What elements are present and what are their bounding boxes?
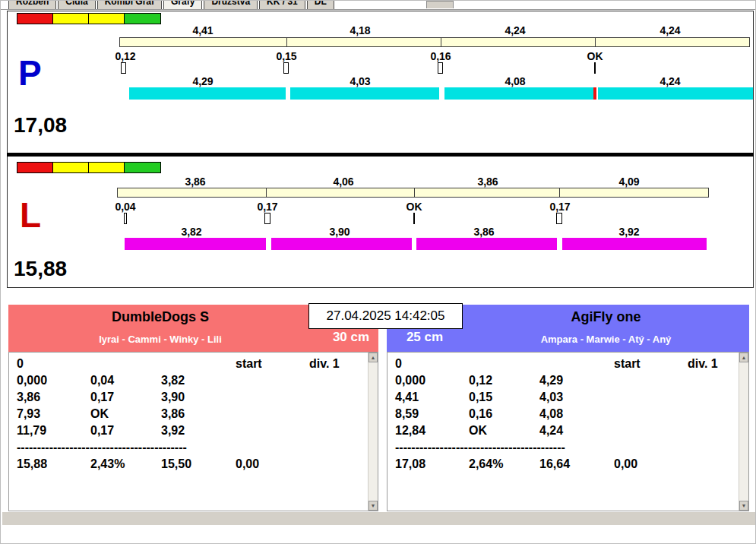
scroll-down-icon[interactable]: ▼ — [369, 501, 378, 511]
team-right-results-table: 0 start div. 1 0,000 0,12 4,29 4,41 0,15… — [387, 352, 749, 511]
dog-run-bar — [125, 238, 266, 250]
results-cell: 4,41 — [395, 391, 419, 404]
changeover-box — [556, 213, 562, 224]
results-cell: 0,000 — [17, 374, 47, 387]
scrollbar[interactable]: ▲ ▼ — [368, 353, 378, 511]
split-time-label: 3,86 — [185, 176, 205, 188]
datetime-display: 27.04.2025 14:42:05 — [308, 303, 463, 329]
scroll-down-icon[interactable]: ▼ — [739, 501, 748, 511]
team-name: AgiFly one — [463, 309, 749, 325]
split-time-label: 4,41 — [192, 24, 213, 36]
results-separator: ----------------------------------------… — [395, 441, 565, 454]
lane-p-panel: 4,41 4,18 4,24 4,24 0,12 0,15 0,16 OK 4,… — [8, 11, 753, 153]
results-cell: 4,03 — [539, 391, 563, 404]
scrollbar[interactable]: ▲ ▼ — [739, 353, 748, 511]
tab-druzstva[interactable]: Družstva — [204, 1, 258, 9]
traffic-red-cell — [17, 163, 53, 172]
results-cell: 4,24 — [539, 424, 563, 438]
table-row: 12,84 OK 4,24 — [387, 424, 748, 438]
table-row: 11,79 0,17 3,92 — [9, 424, 378, 438]
results-cell: 3,90 — [161, 391, 185, 404]
traffic-yellow-cell — [89, 14, 125, 24]
table-row: 4,41 0,15 4,03 — [387, 391, 748, 404]
dog-run-bar — [598, 87, 753, 100]
status-bar — [2, 512, 755, 525]
split-time-label: 4,09 — [618, 176, 639, 188]
results-cell: 0,17 — [90, 391, 114, 404]
sensor-track-segment — [287, 38, 441, 46]
ok-marker — [594, 62, 596, 74]
results-cell: start — [614, 357, 641, 371]
results-cell: 7,93 — [17, 407, 40, 421]
split-time-label: 4,24 — [505, 24, 525, 36]
traffic-light-bar — [17, 13, 161, 24]
results-cell: OK — [469, 424, 487, 438]
changeover-time-label: 0,15 — [276, 50, 296, 62]
table-row: 0 start div. 1 — [387, 357, 748, 371]
results-cell: 3,86 — [161, 407, 185, 421]
results-cell: start — [236, 357, 262, 371]
split-time-label: 4,06 — [333, 176, 353, 188]
sensor-track-segment — [120, 38, 287, 46]
sensor-track — [117, 188, 709, 198]
tab-rozbeh[interactable]: Rozbeh — [8, 1, 56, 9]
scroll-up-icon[interactable]: ▲ — [369, 353, 378, 362]
results-cell: 2,43% — [90, 457, 125, 471]
table-total-row: 15,88 2,43% 15,50 0,00 — [9, 457, 378, 471]
results-cell: 0,000 — [395, 374, 425, 387]
dog-run-bar — [444, 87, 593, 100]
table-row: 0 start div. 1 — [9, 357, 378, 371]
jump-height-badge: 25 cm — [387, 330, 463, 345]
sensor-track-segment — [415, 188, 560, 197]
lane-letter: P — [18, 55, 42, 90]
results-cell: 0,04 — [90, 374, 114, 387]
dog-run-bar — [416, 238, 557, 250]
graphs-panel: 4,41 4,18 4,24 4,24 0,12 0,15 0,16 OK 4,… — [7, 11, 754, 288]
changeover-time-label: 0,17 — [257, 201, 277, 213]
changeover-time-label: 0,12 — [115, 50, 135, 62]
table-row: 0,000 0,04 3,82 — [9, 374, 378, 387]
tab-dl[interactable]: DL — [307, 1, 334, 9]
dog-run-bar — [290, 87, 439, 100]
tab-kk-31[interactable]: KK / 31 — [259, 1, 305, 9]
results-cell: div. 1 — [309, 357, 340, 371]
tab-cidla[interactable]: Cidla — [58, 1, 95, 9]
dog-run-bar — [271, 238, 412, 250]
results-cell: 3,82 — [161, 374, 185, 387]
table-row: 8,59 0,16 4,08 — [387, 407, 748, 421]
traffic-light-bar — [17, 162, 161, 173]
team-left-results-table: 0 start div. 1 0,000 0,04 3,82 3,86 0,17… — [8, 352, 378, 511]
team-dogs: Iyrai - Cammi - Winky - Lili — [8, 334, 312, 345]
team-name: DumbleDogs S — [8, 309, 312, 325]
results-cell: 3,92 — [161, 424, 185, 438]
results-cell: 8,59 — [395, 407, 419, 421]
sensor-track-segment — [560, 188, 708, 197]
results-cell: 17,08 — [395, 457, 425, 471]
dog-run-bar — [129, 87, 286, 100]
dog-run-bar — [562, 238, 707, 250]
tab-kombi-graf[interactable]: Kombi Graf — [97, 1, 162, 9]
lane-total-time: 17,08 — [14, 113, 67, 138]
changeover-box — [283, 62, 289, 74]
table-total-row: 17,08 2,64% 16,64 0,00 — [387, 457, 748, 471]
tab-grafy[interactable]: Grafy — [163, 1, 202, 9]
split-time-label: 4,18 — [350, 24, 370, 36]
results-cell: 0 — [17, 357, 24, 371]
sensor-track-segment — [596, 38, 749, 46]
results-cell: 0,00 — [236, 457, 259, 471]
sensor-track — [119, 37, 750, 47]
changeover-box — [121, 62, 126, 74]
scroll-up-icon[interactable]: ▲ — [739, 353, 748, 362]
traffic-yellow-cell — [53, 14, 89, 24]
app-window: Rozbeh Cidla Kombi Graf Grafy Družstva K… — [0, 0, 756, 544]
results-cell: OK — [90, 407, 109, 421]
split-time-label: 3,90 — [329, 226, 350, 238]
finish-marker — [593, 87, 596, 100]
changeover-time-label: 0,16 — [430, 50, 451, 62]
traffic-yellow-cell — [89, 163, 125, 172]
split-time-label: 3,82 — [181, 226, 201, 238]
tab-row: Rozbeh Cidla Kombi Graf Grafy Družstva K… — [8, 1, 334, 9]
toolbar-button[interactable] — [426, 1, 454, 8]
changeover-time-label: OK — [587, 50, 603, 62]
jump-height-badge: 30 cm — [316, 330, 386, 345]
